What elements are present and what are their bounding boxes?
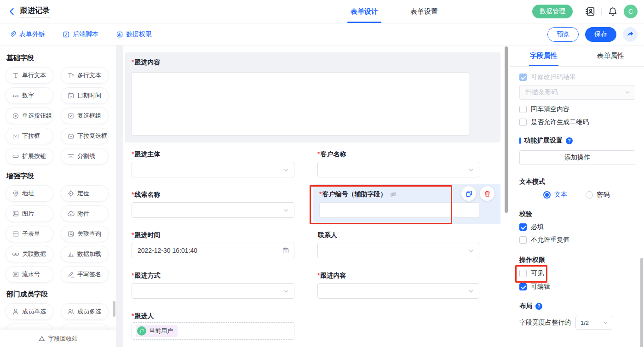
field-type-pill-扩展按钮[interactable]: 扩展按钮 <box>6 148 53 165</box>
field-type-label: 日期时间 <box>77 91 101 100</box>
field-type-pill-成员多选[interactable]: 成员多选 <box>61 303 109 320</box>
field-type-pill-附件[interactable]: 附件 <box>61 205 109 222</box>
field-type-label: 下拉复选框 <box>77 132 107 140</box>
panel-scrollbar[interactable] <box>640 258 643 347</box>
clue-name-select[interactable] <box>132 202 294 218</box>
field-type-pill-地址[interactable]: 地址 <box>6 185 53 202</box>
customer-no-input[interactable] <box>319 202 479 218</box>
checkbox-editable[interactable]: 可编辑 <box>519 283 550 291</box>
field-type-pill-复选框组[interactable]: 复选框组 <box>61 108 109 124</box>
follow-person-field[interactable]: 户 当前用户 <box>132 322 294 340</box>
field-label: *跟进主体 <box>132 150 160 159</box>
field-type-pill-成员单选[interactable]: 成员单选 <box>6 303 53 320</box>
section-bar <box>519 137 521 144</box>
field-type-pill-分割线[interactable]: 分割线 <box>61 148 109 165</box>
preview-button[interactable]: 预览 <box>547 27 579 42</box>
chevron-down-icon <box>467 247 475 255</box>
sidebar-section-title: 部门成员字段 <box>6 290 110 299</box>
follow-content-select[interactable] <box>317 283 479 299</box>
notification-bell-icon[interactable] <box>608 6 618 17</box>
checkbox-enter-clear[interactable]: 回车清空内容 <box>519 105 569 114</box>
field-type-pill-下拉复选框[interactable]: 下拉复选框 <box>61 128 109 144</box>
page-title[interactable]: 跟进记录 <box>20 6 50 17</box>
field-type-pill-图片[interactable]: 图片 <box>6 205 53 222</box>
link-icon <box>9 31 17 38</box>
field-type-label: 定位 <box>77 189 89 198</box>
datetime-value: 2022-12-30 16:01:40 <box>138 247 197 254</box>
field-follow-content-textarea[interactable]: *跟进内容 <box>125 52 500 142</box>
follow-time-input[interactable]: 2022-12-30 16:01:40 <box>132 243 294 258</box>
field-type-pill-下拉框[interactable]: 下拉框 <box>6 128 53 144</box>
delete-field-button[interactable] <box>480 186 494 201</box>
field-type-label: 关联查询 <box>77 230 101 238</box>
avatar[interactable]: C <box>624 5 638 18</box>
back-chevron-icon[interactable] <box>7 7 17 16</box>
form-external-link[interactable]: 表单外链 <box>9 30 45 39</box>
field-type-label: 流水号 <box>22 270 40 279</box>
field-width-select[interactable]: 1/2 <box>575 316 612 330</box>
field-type-pill-数字[interactable]: 123数字 <box>6 87 53 104</box>
textarea-input[interactable] <box>132 72 469 136</box>
tab-form-properties[interactable]: 表单属性 <box>577 46 644 66</box>
checkbox-visible[interactable]: 可见 <box>519 269 544 278</box>
field-type-label: 附件 <box>77 210 89 218</box>
copy-field-button[interactable] <box>461 186 476 201</box>
radio-text[interactable] <box>543 191 551 199</box>
field-type-pill-日期时间[interactable]: 日期时间 <box>61 87 109 104</box>
field-type-pill-数据加载[interactable]: 数据加载 <box>61 246 109 262</box>
address-icon <box>12 190 19 197</box>
sidebar-scrollbar[interactable] <box>113 301 115 317</box>
canvas-scrollbar[interactable] <box>505 46 508 213</box>
field-type-pill-子表单[interactable]: 子表单 <box>6 226 53 242</box>
checkbox[interactable] <box>519 270 527 277</box>
lookup-icon <box>67 230 75 238</box>
backend-script-link[interactable]: 后端脚本 <box>63 30 98 39</box>
checkbox-allow-qrcode[interactable]: 是否允许生成二维码 <box>519 118 589 126</box>
contact-select[interactable] <box>317 243 479 258</box>
chevron-down-icon <box>282 288 290 295</box>
form-canvas: *跟进内容 *跟进主体 *客户名称 *线索名称 *客户编号（辅助字段） <box>123 46 510 347</box>
field-type-pill-手写签名[interactable]: 手写签名 <box>61 266 109 283</box>
follow-subject-select[interactable] <box>132 162 294 177</box>
checkbox[interactable] <box>519 283 527 290</box>
add-action-button[interactable]: 添加操作 <box>519 150 635 165</box>
chevron-down-icon <box>467 166 475 174</box>
selected-field-customer-no[interactable]: *客户编号（辅助字段） <box>313 184 500 224</box>
checkbox[interactable] <box>519 106 527 113</box>
radio-password[interactable] <box>586 191 593 199</box>
tab-field-properties[interactable]: 字段属性 <box>510 46 577 66</box>
field-type-pill-关联数据[interactable]: 关联数据 <box>6 246 53 262</box>
field-type-pill-单行文本[interactable]: 单行文本 <box>6 67 53 84</box>
help-icon[interactable]: ? <box>566 137 573 144</box>
field-label: *客户编号（辅助字段） <box>319 190 386 199</box>
subform-icon <box>12 230 19 238</box>
checkbox[interactable] <box>519 236 527 244</box>
contact-book-icon[interactable] <box>585 6 595 17</box>
field-type-pill-单选按钮组[interactable]: 单选按钮组 <box>6 108 53 124</box>
checkbox-required[interactable]: 必填 <box>519 223 544 231</box>
field-type-pill-多行文本[interactable]: 多行文本 <box>61 67 109 84</box>
checkbox[interactable] <box>519 119 527 126</box>
help-icon[interactable]: ? <box>535 303 542 310</box>
data-permission-link[interactable]: 数据权限 <box>116 30 152 39</box>
field-type-pill-定位[interactable]: 定位 <box>61 185 109 202</box>
field-type-label: 图片 <box>22 210 34 218</box>
customer-name-select[interactable] <box>317 162 479 177</box>
current-user-tag[interactable]: 户 当前用户 <box>136 325 178 337</box>
field-type-pill-关联查询[interactable]: 关联查询 <box>61 226 109 242</box>
field-type-pill-流水号[interactable]: 流水号 <box>6 266 53 283</box>
checkbox[interactable] <box>519 223 527 231</box>
follow-way-select[interactable] <box>132 283 294 299</box>
field-type-label: 分割线 <box>77 152 95 160</box>
checkbox-no-repeat[interactable]: 不允许重复值 <box>519 236 569 244</box>
chevron-down-icon <box>282 166 290 174</box>
checkbox <box>519 74 527 81</box>
save-button[interactable]: 保存 <box>585 27 616 42</box>
share-button[interactable] <box>623 27 638 42</box>
field-recycle-bin[interactable]: 字段回收站 <box>0 329 116 347</box>
field-label: *客户名称 <box>317 150 346 159</box>
tab-form-settings[interactable]: 表单设置 <box>408 0 441 23</box>
toolbar-actions: 预览 保存 <box>547 27 638 42</box>
data-manage-button[interactable]: 数据管理 <box>532 5 573 18</box>
tab-form-design[interactable]: 表单设计 <box>348 0 381 23</box>
